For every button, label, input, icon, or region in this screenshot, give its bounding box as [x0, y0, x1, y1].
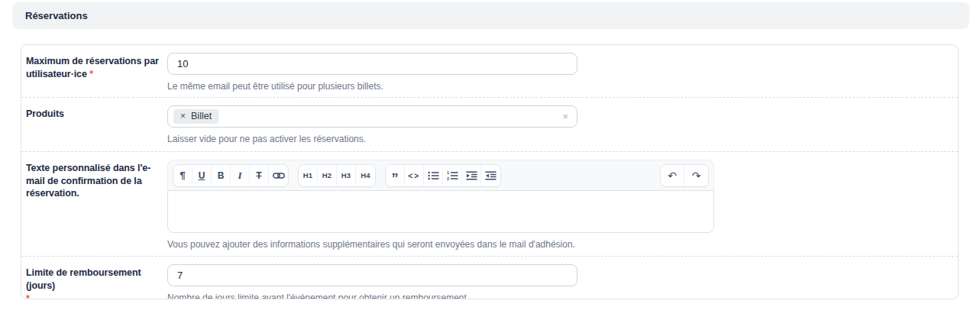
heading1-button[interactable]: H1 — [299, 165, 318, 186]
field-label-custom-email-text: Texte personnalisé dans l'e-mail de conf… — [26, 160, 163, 200]
link-button[interactable] — [269, 165, 288, 186]
italic-icon: I — [238, 170, 241, 182]
reservations-settings-page: Réservations Maximum de réservations par… — [0, 0, 980, 320]
toolbar-group-headings: H1 H2 H3 H4 — [298, 164, 376, 187]
bullet-list-icon — [428, 171, 439, 180]
link-icon — [273, 171, 285, 180]
field-label-products: Produits — [26, 105, 163, 121]
redo-button[interactable]: ↷ — [684, 165, 708, 186]
code-icon: <> — [408, 171, 419, 180]
field-label-text: Produits — [26, 108, 64, 119]
field-row-max-reservations: Maximum de réservations par utilisateur·… — [21, 45, 958, 98]
redo-icon: ↷ — [692, 170, 701, 182]
paragraph-button[interactable]: ¶ — [173, 165, 192, 186]
heading4-icon: H4 — [361, 171, 370, 179]
outdent-icon — [485, 171, 496, 180]
required-marker: * — [26, 293, 163, 299]
rich-text-editor: ¶ U B I T — [167, 160, 714, 233]
outdent-button[interactable] — [481, 165, 500, 186]
section-title: Réservations — [25, 10, 88, 21]
strikethrough-icon: T — [256, 170, 261, 181]
field-control: × Billet × Laisser vide pour ne pas acti… — [167, 105, 958, 144]
heading3-button[interactable]: H3 — [337, 165, 356, 186]
blockquote-button[interactable]: ” — [386, 165, 405, 186]
indent-icon — [466, 171, 477, 180]
heading3-icon: H3 — [341, 171, 351, 179]
field-control: ¶ U B I T — [167, 160, 958, 250]
max-reservations-input[interactable] — [167, 53, 577, 75]
italic-button[interactable]: I — [231, 165, 250, 186]
toolbar-group-history: ↶ ↷ — [660, 164, 709, 187]
strikethrough-button[interactable]: T — [250, 165, 269, 186]
field-help-text: Nombre de jours limite avant l'événement… — [167, 293, 958, 299]
field-control: Nombre de jours limite avant l'événement… — [167, 264, 958, 299]
products-multiselect[interactable]: × Billet × — [167, 105, 577, 128]
field-label-refund-limit: Limite de remboursement (jours) * — [26, 264, 163, 299]
underline-button[interactable]: U — [192, 165, 212, 186]
underline-icon: U — [199, 170, 205, 181]
undo-button[interactable]: ↶ — [661, 165, 684, 186]
toolbar-group-inline: ¶ U B I T — [173, 164, 289, 187]
paragraph-icon: ¶ — [180, 170, 185, 181]
heading4-button[interactable]: H4 — [356, 165, 375, 186]
field-row-refund-limit: Limite de remboursement (jours) * Nombre… — [21, 257, 958, 299]
bullet-list-button[interactable] — [424, 165, 443, 186]
field-control: Le même email peut être utilisé pour plu… — [167, 53, 958, 92]
field-label-text: Limite de remboursement (jours) — [26, 267, 141, 291]
field-row-products: Produits × Billet × Laisser vide pour ne… — [21, 98, 958, 152]
form-card: Maximum de réservations par utilisateur·… — [21, 44, 959, 299]
heading1-icon: H1 — [303, 171, 313, 179]
toolbar-group-blocks: ” <> — [385, 164, 501, 187]
heading2-button[interactable]: H2 — [318, 165, 337, 186]
field-label-text: Texte personnalisé dans l'e-mail de conf… — [26, 163, 150, 199]
ordered-list-icon: 1 2 — [447, 171, 458, 180]
field-label-max-reservations: Maximum de réservations par utilisateur·… — [26, 53, 163, 80]
tag-label: Billet — [191, 112, 212, 122]
editor-content-area[interactable] — [167, 190, 714, 233]
undo-icon: ↶ — [668, 170, 677, 182]
required-marker: * — [89, 69, 93, 79]
field-row-custom-email-text: Texte personnalisé dans l'e-mail de conf… — [21, 152, 958, 257]
field-help-text: Vous pouvez ajouter des informations sup… — [167, 239, 958, 250]
svg-text:2: 2 — [447, 176, 449, 180]
bold-icon: B — [218, 170, 225, 181]
bold-button[interactable]: B — [212, 165, 231, 186]
indent-button[interactable] — [462, 165, 481, 186]
ordered-list-button[interactable]: 1 2 — [443, 165, 462, 186]
tag-remove-icon[interactable]: × — [180, 112, 186, 121]
select-clear-icon[interactable]: × — [562, 111, 568, 122]
blockquote-icon: ” — [392, 176, 399, 181]
section-header: Réservations — [12, 2, 969, 29]
field-help-text: Le même email peut être utilisé pour plu… — [167, 81, 958, 92]
selected-product-tag: × Billet — [173, 109, 218, 124]
heading2-icon: H2 — [322, 171, 332, 179]
svg-text:1: 1 — [447, 171, 449, 175]
code-button[interactable]: <> — [405, 165, 424, 186]
refund-limit-input[interactable] — [167, 264, 577, 286]
field-help-text: Laisser vide pour ne pas activer les rés… — [167, 134, 958, 144]
editor-toolbar: ¶ U B I T — [167, 160, 714, 190]
